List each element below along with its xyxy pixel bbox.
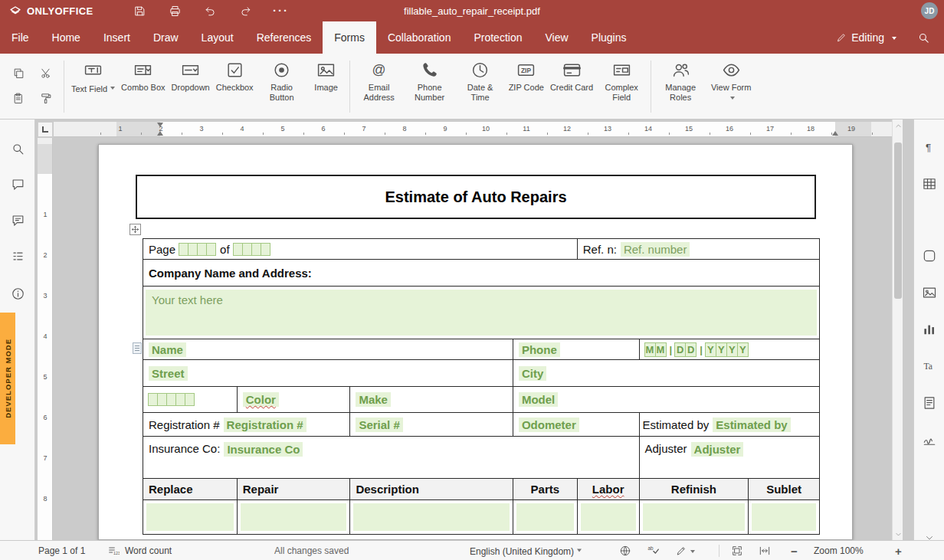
tab-collaboration[interactable]: Collaboration bbox=[376, 21, 463, 54]
menu-search-button[interactable] bbox=[913, 29, 933, 46]
word-count-label[interactable]: Word count bbox=[125, 545, 172, 556]
tab-stop-selector[interactable] bbox=[38, 122, 53, 137]
paste-button[interactable] bbox=[5, 86, 32, 111]
radio-button-button[interactable]: Radio Button bbox=[257, 56, 307, 104]
copy-button[interactable] bbox=[5, 61, 32, 86]
tab-forms[interactable]: Forms bbox=[323, 21, 376, 54]
right-indent-marker[interactable] bbox=[832, 128, 838, 136]
image-settings-button[interactable] bbox=[920, 283, 939, 302]
insurance-field[interactable]: Insurance Co bbox=[224, 442, 303, 457]
navigation-button[interactable] bbox=[8, 247, 27, 265]
tab-insert[interactable]: Insert bbox=[92, 21, 142, 54]
chart-settings-button[interactable] bbox=[920, 320, 939, 339]
search-button[interactable] bbox=[8, 139, 27, 158]
scrollbar-thumb[interactable] bbox=[894, 142, 902, 299]
page-number-field[interactable] bbox=[179, 243, 216, 256]
credit-card-button[interactable]: Credit Card bbox=[547, 56, 596, 94]
dropdown-button[interactable]: Dropdown bbox=[169, 56, 213, 94]
estimated-by-field[interactable]: Estimated by bbox=[713, 418, 790, 432]
scroll-up-button[interactable] bbox=[893, 121, 903, 130]
company-address-field[interactable]: Your text here bbox=[146, 290, 817, 336]
paragraph-settings-button[interactable]: ¶ bbox=[920, 138, 939, 156]
refinish-input-field[interactable] bbox=[643, 503, 746, 531]
adjuster-field[interactable]: Adjuster bbox=[691, 442, 744, 457]
comments-button[interactable] bbox=[8, 175, 27, 193]
ruler-vertical[interactable]: 12345678 bbox=[38, 138, 53, 540]
city-field[interactable]: City bbox=[519, 366, 546, 381]
parts-input-field[interactable] bbox=[516, 503, 574, 531]
ref-number-field[interactable]: Ref. number bbox=[621, 242, 690, 257]
name-field[interactable]: Name bbox=[149, 342, 186, 357]
tab-layout[interactable]: Layout bbox=[190, 21, 245, 54]
fit-width-button[interactable] bbox=[757, 543, 772, 558]
view-form-button[interactable]: View Form bbox=[706, 56, 756, 106]
zoom-in-button[interactable]: + bbox=[895, 544, 902, 557]
zoom-out-button[interactable]: − bbox=[791, 544, 798, 557]
complex-field-button[interactable]: Complex Field bbox=[596, 56, 647, 104]
save-button[interactable] bbox=[130, 2, 150, 19]
color-field[interactable]: Color bbox=[243, 392, 279, 407]
print-button[interactable] bbox=[166, 2, 185, 19]
street-field[interactable]: Street bbox=[149, 366, 188, 381]
vehicle-year-field[interactable] bbox=[149, 393, 195, 406]
tab-view[interactable]: View bbox=[533, 21, 579, 54]
feedback-button[interactable] bbox=[8, 211, 27, 229]
manage-roles-button[interactable]: Manage Roles bbox=[655, 56, 706, 104]
description-input-field[interactable] bbox=[353, 503, 510, 531]
tab-file[interactable]: File bbox=[0, 21, 41, 54]
pencil-icon bbox=[836, 32, 847, 43]
document-page[interactable]: Estimate of Auto Repairs Page of Ref. n: bbox=[98, 144, 853, 540]
zip-code-button[interactable]: ZIP ZIP Code bbox=[506, 56, 547, 94]
model-field[interactable]: Model bbox=[519, 392, 558, 407]
cut-button[interactable] bbox=[32, 61, 60, 86]
ruler-horizontal[interactable]: 12345678910111213141516171819 bbox=[54, 122, 892, 137]
text-art-settings-button[interactable]: Ta bbox=[920, 357, 939, 375]
phone-number-button[interactable]: Phone Number bbox=[405, 56, 455, 104]
signature-settings-button[interactable] bbox=[920, 431, 939, 449]
word-count-icon[interactable]: 123 bbox=[106, 543, 121, 558]
form-settings-button[interactable] bbox=[920, 394, 939, 412]
tab-home[interactable]: Home bbox=[41, 21, 92, 54]
user-avatar[interactable]: JD bbox=[921, 2, 938, 19]
combo-box-button[interactable]: Combo Box bbox=[118, 56, 168, 94]
language-selector[interactable]: English (United Kingdom) bbox=[470, 545, 582, 556]
labor-input-field[interactable] bbox=[581, 503, 636, 531]
replace-input-field[interactable] bbox=[146, 503, 234, 531]
redo-button[interactable] bbox=[236, 2, 256, 19]
set-language-button[interactable] bbox=[673, 543, 697, 558]
date-field[interactable]: MM|DD|YYYY bbox=[645, 342, 749, 357]
table-move-hand le[interactable] bbox=[129, 224, 141, 235]
document-language-button[interactable] bbox=[618, 543, 633, 558]
odometer-field[interactable]: Odometer bbox=[519, 418, 579, 432]
about-button[interactable] bbox=[8, 284, 27, 303]
registration-field[interactable]: Registration # bbox=[224, 418, 306, 432]
sublet-input-field[interactable] bbox=[752, 503, 816, 531]
text-field-button[interactable]: Text Field bbox=[68, 56, 118, 96]
zoom-level[interactable]: Zoom 100% bbox=[814, 545, 864, 556]
tab-plugins[interactable]: Plugins bbox=[580, 21, 638, 54]
spellcheck-button[interactable]: ab bbox=[645, 543, 660, 558]
shape-settings-button[interactable] bbox=[920, 247, 939, 265]
format-painter-button[interactable] bbox=[32, 86, 60, 111]
email-address-button[interactable]: @ Email Address bbox=[354, 56, 405, 104]
serial-field[interactable]: Serial # bbox=[356, 418, 402, 432]
content-control-anchor[interactable] bbox=[133, 342, 142, 354]
phone-field[interactable]: Phone bbox=[519, 342, 560, 357]
more-actions-button[interactable]: ··· bbox=[271, 2, 291, 19]
repair-input-field[interactable] bbox=[241, 503, 347, 531]
fit-page-button[interactable] bbox=[729, 543, 745, 558]
image-button[interactable]: Image bbox=[307, 56, 346, 94]
tab-draw[interactable]: Draw bbox=[142, 21, 190, 54]
date-time-button[interactable]: Date & Time bbox=[455, 56, 506, 104]
pages-total-field[interactable] bbox=[234, 243, 270, 256]
undo-button[interactable] bbox=[201, 2, 221, 19]
vertical-scrollbar[interactable] bbox=[892, 120, 903, 540]
make-field[interactable]: Make bbox=[356, 392, 391, 407]
page-indicator[interactable]: Page 1 of 1 bbox=[38, 545, 85, 556]
table-settings-button[interactable] bbox=[920, 175, 939, 193]
tab-references[interactable]: References bbox=[245, 21, 323, 54]
scroll-down-button[interactable] bbox=[893, 529, 903, 539]
checkbox-button[interactable]: Checkbox bbox=[213, 56, 257, 94]
tab-protection[interactable]: Protection bbox=[462, 21, 533, 54]
editing-mode-selector[interactable]: Editing bbox=[836, 31, 896, 44]
